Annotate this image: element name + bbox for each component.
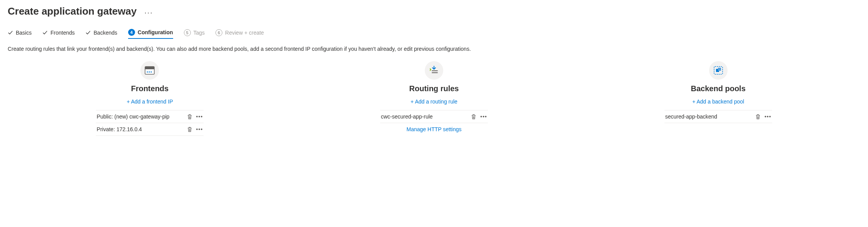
tab-label: Configuration (138, 29, 173, 35)
backends-title: Backend pools (691, 84, 746, 93)
frontends-column: Frontends Add a frontend IP Public: (new… (8, 61, 292, 136)
more-icon[interactable]: ••• (480, 114, 487, 119)
tab-label: Frontends (50, 30, 75, 36)
more-icon[interactable]: ••• (765, 114, 771, 119)
tab-basics[interactable]: Basics (8, 30, 32, 38)
routing-icon (425, 61, 443, 80)
delete-icon[interactable] (187, 114, 192, 120)
svg-point-4 (151, 71, 152, 72)
svg-rect-9 (718, 68, 721, 71)
tab-label: Review + create (225, 30, 264, 36)
routing-column: Routing rules Add a routing rule cwc-sec… (292, 61, 576, 136)
tab-frontends[interactable]: Frontends (42, 30, 75, 38)
routing-list: cwc-secured-app-rule ••• (380, 110, 488, 123)
frontends-icon (140, 61, 159, 80)
item-label: secured-app-backend (665, 114, 717, 120)
add-backend-link[interactable]: Add a backend pool (692, 98, 744, 105)
delete-icon[interactable] (187, 127, 192, 132)
tab-tags[interactable]: 5 Tags (184, 29, 205, 38)
check-icon (85, 30, 91, 35)
routing-item[interactable]: cwc-secured-app-rule ••• (380, 110, 488, 123)
svg-rect-1 (145, 67, 154, 69)
delete-icon[interactable] (471, 114, 476, 120)
step-number-icon: 5 (184, 29, 191, 36)
add-frontend-link[interactable]: Add a frontend IP (127, 98, 173, 105)
tab-configuration[interactable]: 4 Configuration (128, 29, 173, 39)
more-icon[interactable]: ••• (196, 114, 203, 119)
tab-review[interactable]: 6 Review + create (215, 29, 264, 38)
backends-list: secured-app-backend ••• (664, 110, 772, 123)
frontends-list: Public: (new) cwc-gateway-pip ••• Privat… (96, 110, 204, 136)
svg-point-2 (147, 71, 148, 72)
item-label: Private: 172.16.0.4 (97, 126, 142, 132)
item-label: cwc-secured-app-rule (381, 114, 433, 120)
step-number-icon: 4 (128, 29, 135, 36)
backend-item[interactable]: secured-app-backend ••• (664, 110, 772, 123)
add-routing-link[interactable]: Add a routing rule (411, 98, 457, 105)
tab-label: Backends (93, 30, 117, 36)
tab-description: Create routing rules that link your fron… (8, 46, 860, 52)
more-icon[interactable]: ··· (144, 8, 153, 17)
manage-http-link[interactable]: Manage HTTP settings (407, 126, 462, 132)
item-label: Public: (new) cwc-gateway-pip (97, 114, 169, 120)
more-icon[interactable]: ••• (196, 127, 203, 132)
frontend-item[interactable]: Private: 172.16.0.4 ••• (96, 123, 204, 136)
check-icon (42, 30, 48, 35)
backends-column: Backend pools Add a backend pool secured… (576, 61, 860, 136)
tab-label: Basics (16, 30, 32, 36)
wizard-tabs: Basics Frontends Backends 4 Configuratio… (8, 29, 860, 39)
tab-backends[interactable]: Backends (85, 30, 117, 38)
frontends-title: Frontends (131, 84, 169, 93)
step-number-icon: 6 (215, 29, 222, 36)
page-title: Create application gateway (8, 5, 137, 17)
tab-label: Tags (194, 30, 205, 36)
svg-point-3 (149, 71, 150, 72)
check-icon (8, 30, 13, 35)
routing-title: Routing rules (409, 84, 459, 93)
frontend-item[interactable]: Public: (new) cwc-gateway-pip ••• (96, 110, 204, 123)
backends-icon (709, 61, 728, 80)
delete-icon[interactable] (755, 114, 761, 120)
